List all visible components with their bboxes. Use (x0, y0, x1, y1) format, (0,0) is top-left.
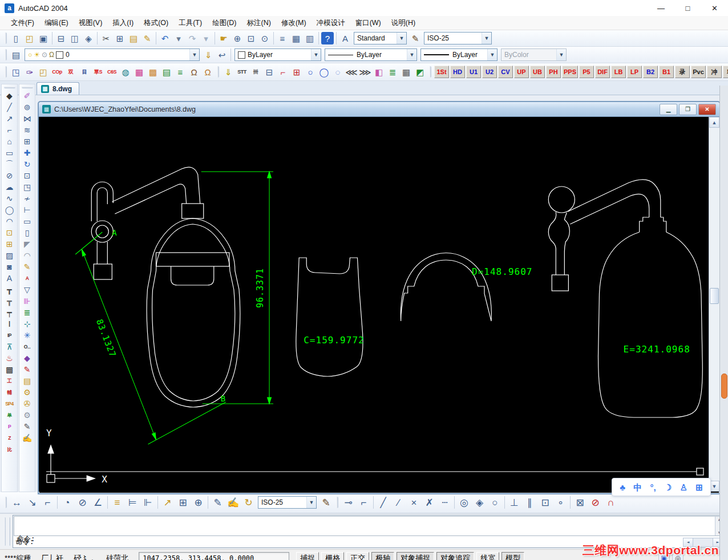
model-space-canvas[interactable]: 96.3371 83.1327 A B C=159.9772 (39, 117, 709, 492)
rotate-icon[interactable]: ↻ (21, 159, 34, 170)
construction-line-icon[interactable]: ↗ (3, 113, 17, 124)
stack-tool-icon[interactable]: ≡ (174, 66, 187, 78)
list-tool-icon[interactable]: 目 (78, 66, 91, 78)
snap-to-insert-icon[interactable]: ⊡ (538, 496, 552, 510)
die-mark2-icon[interactable]: ✍ (21, 432, 34, 444)
die-button-Pvc[interactable]: Pvc (691, 66, 706, 78)
menu-item[interactable]: 冲模设计 (312, 17, 350, 30)
point-icon[interactable]: ◆ (3, 90, 17, 102)
offset-icon[interactable]: ≋ (21, 124, 34, 136)
snap-to-center-icon[interactable]: ◎ (457, 496, 471, 510)
die-p-icon[interactable]: P (3, 421, 17, 432)
chevron-down-icon[interactable]: ▼ (311, 49, 321, 60)
menu-item[interactable]: 编辑(E) (39, 17, 74, 30)
radius-dimension-icon[interactable]: ◔ (60, 496, 74, 510)
break-at-point-icon[interactable]: ▭ (21, 216, 34, 227)
die-button-U1[interactable]: U1 (466, 66, 481, 78)
scroll-thumb[interactable] (710, 288, 719, 304)
grid-gray-icon[interactable]: ▦ (400, 66, 412, 78)
die-list-icon[interactable]: ≣ (21, 307, 34, 318)
angular-dimension-icon[interactable]: ∠ (91, 496, 105, 510)
die-fu-icon[interactable]: 輔 (3, 387, 17, 398)
publish-icon[interactable]: ◈ (82, 32, 95, 44)
linetype-combo[interactable]: ByLayer ▼ (325, 48, 417, 61)
scale-icon[interactable]: ⊡ (21, 170, 34, 181)
toolbar-grip[interactable] (336, 497, 338, 508)
snap-to-midpoint-icon[interactable]: ∕ (391, 496, 406, 510)
arc-icon[interactable]: ⌒ (3, 159, 17, 170)
layer-combo[interactable]: ○☀⊙Ω 0 ▼ (25, 48, 200, 61)
docked-scrollbar[interactable] (719, 86, 728, 560)
quick-dimension-icon[interactable]: ≡ (110, 496, 124, 510)
die-bi-icon[interactable]: 比 (3, 444, 17, 455)
polyline-icon[interactable]: ⌐ (3, 124, 17, 136)
die-scan-icon[interactable]: ⊼ (3, 341, 17, 352)
die-o-dots-icon[interactable]: O‥ (21, 341, 34, 352)
snap-from-icon[interactable]: ⌐ (357, 496, 371, 510)
pan-realtime-icon[interactable]: ☛ (217, 32, 230, 44)
ellipse-icon[interactable]: ◯ (3, 204, 17, 216)
collapse-left-icon[interactable]: ⋘ (345, 66, 358, 78)
export-down-icon[interactable]: ⇓ (222, 66, 234, 78)
copy-clip-icon[interactable]: ⊞ (114, 32, 126, 44)
toolbar-grip[interactable] (217, 66, 219, 78)
color-combo[interactable]: ByLayer ▼ (234, 48, 321, 61)
status-toggle-正交[interactable]: 正交 (346, 552, 369, 560)
dimension-update-icon[interactable]: ↻ (241, 496, 256, 510)
menu-item[interactable]: 格式(O) (139, 17, 173, 30)
child-restore-button[interactable]: ❐ (679, 104, 697, 115)
palette-tool-icon[interactable]: ▦ (133, 66, 145, 78)
pen-book-icon[interactable]: ✑ (23, 66, 36, 78)
die-dark-box-icon[interactable]: ▩ (3, 364, 17, 375)
status-toggle-线宽[interactable]: 线宽 (476, 552, 499, 560)
center-mark-icon[interactable]: ⊕ (191, 496, 205, 510)
trim-icon[interactable]: ≁ (21, 193, 34, 204)
spline-icon[interactable]: ∿ (3, 193, 17, 204)
region-icon[interactable]: ◙ (3, 261, 17, 273)
ime-language-icon[interactable]: 中 (633, 483, 642, 492)
save-file-icon[interactable]: ▣ (37, 32, 50, 44)
quick-leader-icon[interactable]: ↗ (160, 496, 175, 510)
break-icon[interactable]: ▯ (21, 227, 34, 238)
die-button-料[interactable]: 料 (723, 66, 728, 78)
continue-dimension-icon[interactable]: ⊩ (141, 496, 155, 510)
die-sp4-icon[interactable]: SP4 (3, 398, 17, 409)
grid-target-tool-icon[interactable]: ⊞ (290, 66, 303, 78)
make-object-layer-current-icon[interactable]: ⇓ (202, 48, 215, 61)
pair-tool-icon[interactable]: 双 (64, 66, 77, 78)
dimension-style-icon[interactable]: ✎ (319, 496, 333, 510)
chevron-down-icon[interactable]: ▼ (482, 33, 491, 44)
filter-funnel-icon[interactable]: ▽ (21, 284, 34, 295)
layer-previous-icon[interactable]: ↩ (216, 48, 228, 61)
temporary-track-point-icon[interactable]: ⊸ (341, 496, 355, 510)
baseline-dimension-icon[interactable]: ⊨ (126, 496, 140, 510)
redo-dropdown-icon[interactable]: ▾ (200, 32, 212, 44)
plot-icon[interactable]: ⊟ (55, 32, 67, 44)
chevron-down-icon[interactable]: ▼ (306, 497, 316, 508)
lock-tool-icon[interactable]: Ω (188, 66, 200, 78)
properties-icon[interactable]: ≡ (276, 32, 289, 44)
circle-icon[interactable]: ⊘ (3, 170, 17, 181)
child-close-button[interactable]: ✕ (698, 104, 716, 115)
list-green-icon[interactable]: ≣ (386, 66, 399, 78)
ellipse-tool-icon[interactable]: ◯ (318, 66, 330, 78)
redo-icon[interactable]: ↷ (186, 32, 199, 44)
open-file-icon[interactable]: ◰ (23, 32, 36, 44)
drawing-window-titlebar[interactable]: ▦ C:\Users\WJEC_ZhaoYfei\Documents\8.dwg… (39, 102, 719, 117)
menu-item[interactable]: 说明(H) (386, 17, 420, 30)
zoom-realtime-icon[interactable]: ⊕ (231, 32, 244, 44)
lineweight-combo[interactable]: ByLayer ▼ (420, 48, 498, 61)
status-toggle-对象捕捉[interactable]: 对象捕捉 (397, 552, 434, 560)
hatch-icon[interactable]: ▨ (3, 250, 17, 261)
linear-dimension-icon[interactable]: ↔ (10, 496, 24, 510)
die-tool-t2-icon[interactable]: ┳ (3, 295, 17, 307)
die-tool-vv-icon[interactable]: ┯ (3, 307, 17, 318)
toolbar-grip[interactable] (429, 66, 431, 78)
circle-tool-icon[interactable]: ○ (304, 66, 317, 78)
die-button-PPS[interactable]: PPS (562, 66, 578, 78)
diameter-dimension-icon[interactable]: ⊘ (75, 496, 90, 510)
cop-tool-icon[interactable]: COp (51, 66, 63, 78)
status-toggle-对象追踪[interactable]: 对象追踪 (436, 552, 474, 560)
snap-to-none-icon[interactable]: ⊘ (588, 496, 602, 510)
cut-clip-icon[interactable]: ✂ (100, 32, 112, 44)
